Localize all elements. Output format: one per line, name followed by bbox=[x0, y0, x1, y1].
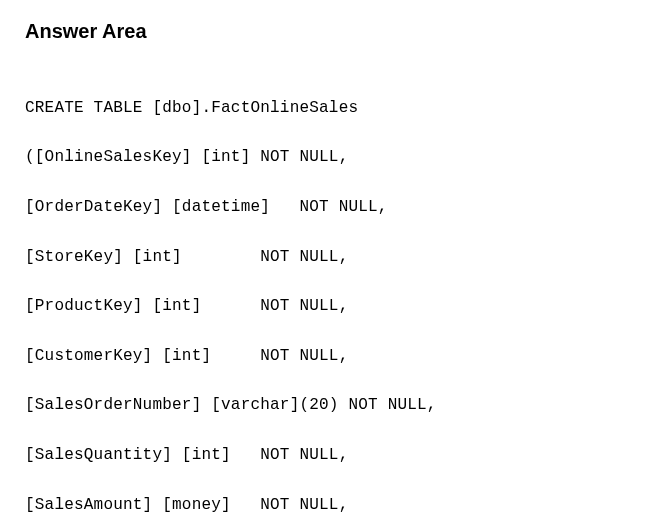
sql-code-block: CREATE TABLE [dbo].FactOnlineSales ([Onl… bbox=[25, 71, 625, 528]
code-line: [CustomerKey] [int] NOT NULL, bbox=[25, 344, 625, 369]
code-line: [SalesQuantity] [int] NOT NULL, bbox=[25, 443, 625, 468]
code-line: [OrderDateKey] [datetime] NOT NULL, bbox=[25, 195, 625, 220]
code-line: [StoreKey] [int] NOT NULL, bbox=[25, 245, 625, 270]
answer-area-heading: Answer Area bbox=[25, 20, 625, 43]
code-line: CREATE TABLE [dbo].FactOnlineSales bbox=[25, 96, 625, 121]
code-line: ([OnlineSalesKey] [int] NOT NULL, bbox=[25, 145, 625, 170]
code-line: [SalesOrderNumber] [varchar](20) NOT NUL… bbox=[25, 393, 625, 418]
code-line: [ProductKey] [int] NOT NULL, bbox=[25, 294, 625, 319]
code-line: [SalesAmount] [money] NOT NULL, bbox=[25, 493, 625, 518]
